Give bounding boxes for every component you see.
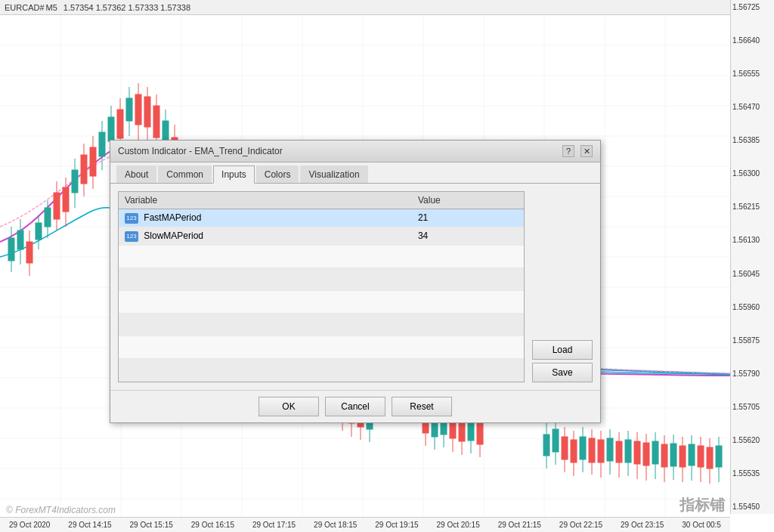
ok-button[interactable]: OK <box>259 397 319 416</box>
table-row-empty <box>119 268 524 290</box>
table-row-empty <box>119 313 524 336</box>
dialog-title: Custom Indicator - EMA_Trend_Indicator <box>118 146 283 156</box>
time-label-0: 29 Oct 2020 <box>9 521 50 529</box>
svg-rect-140 <box>680 446 686 467</box>
svg-rect-118 <box>580 437 586 459</box>
price-level-7: 1.56130 <box>732 236 772 244</box>
col-variable-header: Variable <box>119 192 412 209</box>
dialog-help-button[interactable]: ? <box>562 145 574 157</box>
svg-rect-148 <box>716 446 722 467</box>
table-row-empty <box>119 245 524 268</box>
svg-rect-58 <box>144 97 150 127</box>
svg-rect-54 <box>126 98 132 121</box>
dialog-tabs: About Common Inputs Colors Visualization <box>110 162 600 184</box>
reset-button[interactable]: Reset <box>392 397 452 416</box>
time-label-5: 29 Oct 18:15 <box>314 521 357 529</box>
price-level-6: 1.56215 <box>732 203 772 211</box>
svg-rect-144 <box>698 446 704 467</box>
watermark-left: © ForexMT4Indicators.com <box>6 505 116 515</box>
svg-rect-146 <box>707 447 713 469</box>
svg-rect-124 <box>607 438 613 461</box>
chart-prices: 1.57354 1.57362 1.57333 1.57338 <box>63 3 190 12</box>
price-level-5: 1.56300 <box>732 169 772 178</box>
col-value-header: Value <box>412 192 524 209</box>
save-button[interactable]: Save <box>532 363 593 382</box>
svg-rect-120 <box>589 438 595 462</box>
time-axis: 29 Oct 2020 29 Oct 14:15 29 Oct 15:15 29… <box>0 517 730 532</box>
row1-value[interactable]: 21 <box>412 209 524 227</box>
svg-rect-44 <box>81 155 87 184</box>
svg-rect-128 <box>625 440 631 462</box>
time-label-7: 29 Oct 20:15 <box>436 521 479 529</box>
time-label-9: 29 Oct 22:15 <box>559 521 602 529</box>
price-axis: 1.56725 1.56640 1.56555 1.56470 1.56385 … <box>730 0 774 514</box>
row2-value[interactable]: 34 <box>412 227 524 245</box>
tab-common[interactable]: Common <box>158 165 212 183</box>
table-row[interactable]: 123 SlowMAPeriod 34 <box>119 227 524 245</box>
svg-rect-110 <box>543 435 550 456</box>
price-level-12: 1.55705 <box>732 403 772 411</box>
cancel-button[interactable]: Cancel <box>325 397 385 416</box>
table-row-empty <box>119 290 524 313</box>
price-level-4: 1.56385 <box>732 136 772 144</box>
watermark-right: 指标铺 <box>680 495 725 515</box>
time-label-6: 29 Oct 19:15 <box>375 521 418 529</box>
table-header-row: Variable Value <box>119 192 524 209</box>
price-level-11: 1.55790 <box>732 370 772 378</box>
dialog-footer: OK Cancel Reset <box>110 390 600 422</box>
price-level-9: 1.55960 <box>732 303 772 311</box>
time-label-8: 29 Oct 21:15 <box>498 521 541 529</box>
svg-rect-40 <box>63 187 69 212</box>
inputs-table: Variable Value 123 FastMAPeriod 21 <box>119 192 524 382</box>
price-level-8: 1.56045 <box>732 270 772 278</box>
time-label-11: 30 Oct 00:5 <box>682 521 721 529</box>
dialog-title-controls: ? ✕ <box>562 145 593 157</box>
svg-rect-104 <box>459 420 465 441</box>
chart-timeframe: M5 <box>46 3 57 12</box>
svg-rect-114 <box>562 437 568 459</box>
svg-rect-138 <box>670 444 676 466</box>
dialog-content: Variable Value 123 FastMAPeriod 21 <box>110 184 600 390</box>
time-label-3: 29 Oct 16:15 <box>191 521 234 529</box>
price-level-10: 1.55875 <box>732 336 772 345</box>
tab-about[interactable]: About <box>116 165 156 183</box>
dialog-close-button[interactable]: ✕ <box>580 145 593 157</box>
table-row-empty <box>119 358 524 381</box>
load-button[interactable]: Load <box>532 340 593 360</box>
time-label-1: 29 Oct 14:15 <box>68 521 111 529</box>
svg-rect-56 <box>135 94 141 125</box>
svg-rect-36 <box>45 208 51 227</box>
tab-colors[interactable]: Colors <box>256 165 299 183</box>
chart-symbol: EURCAD# <box>5 3 45 12</box>
svg-rect-132 <box>643 443 649 466</box>
inputs-table-container: Variable Value 123 FastMAPeriod 21 <box>118 191 525 382</box>
price-level-3: 1.56470 <box>732 103 772 111</box>
svg-rect-142 <box>689 444 695 466</box>
time-label-4: 29 Oct 17:15 <box>252 521 296 529</box>
svg-rect-30 <box>17 230 23 249</box>
price-level-15: 1.55450 <box>732 503 772 511</box>
svg-rect-28 <box>8 238 14 261</box>
row2-variable: 123 SlowMAPeriod <box>119 227 412 245</box>
table-row-empty <box>119 336 524 358</box>
svg-rect-108 <box>477 422 483 444</box>
price-level-1: 1.56640 <box>732 36 772 45</box>
svg-rect-126 <box>616 441 622 462</box>
svg-rect-38 <box>54 193 60 219</box>
chart-header: EURCAD# M5 1.57354 1.57362 1.57333 1.573… <box>0 0 774 15</box>
table-row[interactable]: 123 FastMAPeriod 21 <box>119 209 524 227</box>
svg-rect-130 <box>634 441 640 464</box>
price-level-2: 1.56555 <box>732 70 772 78</box>
svg-rect-134 <box>652 441 658 464</box>
svg-rect-32 <box>26 242 33 263</box>
svg-rect-136 <box>661 444 667 467</box>
row1-variable: 123 FastMAPeriod <box>119 209 412 227</box>
price-level-13: 1.55620 <box>732 436 772 444</box>
variable-icon-2: 123 <box>125 231 138 242</box>
variable-icon-1: 123 <box>125 213 138 224</box>
svg-rect-122 <box>598 440 604 462</box>
tab-inputs[interactable]: Inputs <box>213 165 255 184</box>
tab-visualization[interactable]: Visualization <box>300 165 367 183</box>
svg-rect-112 <box>553 429 559 452</box>
svg-rect-116 <box>571 440 577 462</box>
